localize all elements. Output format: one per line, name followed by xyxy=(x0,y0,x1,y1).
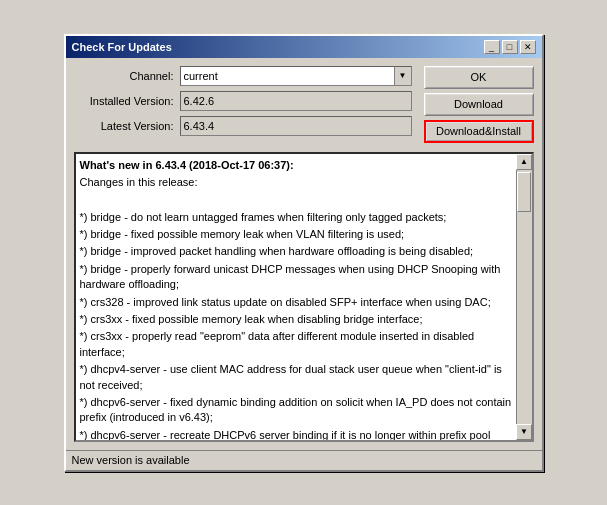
changelog-content: What's new in 6.43.4 (2018-Oct-17 06:37)… xyxy=(76,154,516,440)
close-button[interactable]: ✕ xyxy=(520,40,536,54)
download-button[interactable]: Download xyxy=(424,93,534,116)
changelog-header: What's new in 6.43.4 (2018-Oct-17 06:37)… xyxy=(80,158,512,173)
changelog-item: *) crs3xx - fixed possible memory leak w… xyxy=(80,312,512,327)
changelog-area: What's new in 6.43.4 (2018-Oct-17 06:37)… xyxy=(74,152,534,442)
latest-version-label: Latest Version: xyxy=(74,120,174,132)
channel-dropdown-button[interactable]: ▼ xyxy=(394,66,412,86)
restore-button[interactable]: □ xyxy=(502,40,518,54)
window-content: Channel: ▼ Installed Version: 6.42.6 Lat… xyxy=(66,58,542,450)
status-text: New version is available xyxy=(72,454,190,466)
changelog-item: *) crs3xx - properly read "eeprom" data … xyxy=(80,329,512,360)
changelog-section-header: Changes in this release: xyxy=(80,175,512,190)
installed-version-label: Installed Version: xyxy=(74,95,174,107)
channel-row: Channel: ▼ xyxy=(74,66,412,86)
changelog-item: *) dhcpv6-server - recreate DHCPv6 serve… xyxy=(80,428,512,440)
title-bar: Check For Updates _ □ ✕ xyxy=(66,36,542,58)
changelog-item: *) dhcpv4-server - use client MAC addres… xyxy=(80,362,512,393)
changelog-item: *) crs328 - improved link status update … xyxy=(80,295,512,310)
download-install-button[interactable]: Download&Install xyxy=(424,120,534,143)
channel-label: Channel: xyxy=(74,70,174,82)
channel-input[interactable] xyxy=(180,66,394,86)
installed-version-row: Installed Version: 6.42.6 xyxy=(74,91,412,111)
scroll-down-arrow[interactable]: ▼ xyxy=(516,424,532,440)
scrollbar: ▲ ▼ xyxy=(516,154,532,440)
latest-version-row: Latest Version: 6.43.4 xyxy=(74,116,412,136)
changelog-item: *) bridge - do not learn untagged frames… xyxy=(80,210,512,225)
latest-version-input: 6.43.4 xyxy=(180,116,412,136)
installed-version-input: 6.42.6 xyxy=(180,91,412,111)
scroll-track[interactable] xyxy=(517,170,531,424)
scroll-thumb[interactable] xyxy=(517,172,531,212)
changelog-item: *) bridge - properly forward unicast DHC… xyxy=(80,262,512,293)
minimize-button[interactable]: _ xyxy=(484,40,500,54)
changelog-item: *) bridge - improved packet handling whe… xyxy=(80,244,512,259)
ok-button[interactable]: OK xyxy=(424,66,534,89)
scroll-up-arrow[interactable]: ▲ xyxy=(516,154,532,170)
changelog-item: *) bridge - fixed possible memory leak w… xyxy=(80,227,512,242)
action-buttons: OK Download Download&Install xyxy=(424,66,534,143)
changelog-item: *) dhcpv6-server - fixed dynamic binding… xyxy=(80,395,512,426)
check-for-updates-window: Check For Updates _ □ ✕ Channel: ▼ xyxy=(64,34,544,472)
status-bar: New version is available xyxy=(66,450,542,470)
title-bar-buttons: _ □ ✕ xyxy=(484,40,536,54)
window-title: Check For Updates xyxy=(72,41,172,53)
